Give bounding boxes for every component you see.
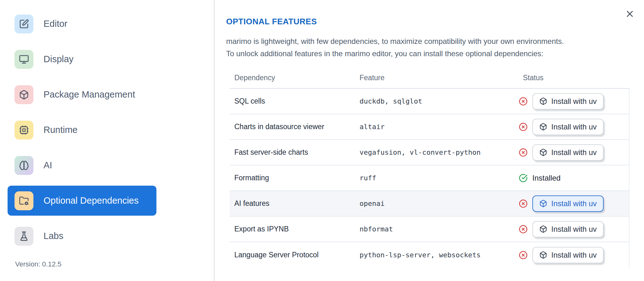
box-icon [539, 123, 547, 131]
square-pen-icon [15, 15, 33, 33]
sidebar-item-label: AI [44, 160, 52, 170]
sidebar-item-label: Display [44, 54, 73, 64]
dependencies-table: Dependency Feature Status SQL cells duck… [230, 67, 629, 268]
circle-x-icon [519, 148, 528, 157]
table-row: SQL cells duckdb, sqlglot Install with u… [230, 89, 629, 114]
box-icon [539, 251, 547, 259]
dependency-cell: Export as IPYNB [230, 225, 360, 233]
install-button-label: Install with uv [551, 199, 597, 208]
sidebar-item-label: Labs [44, 231, 63, 241]
box-icon [539, 148, 547, 156]
feature-cell: python-lsp-server, websockets [360, 251, 514, 259]
feature-cell: ruff [360, 174, 514, 182]
install-with-uv-button[interactable]: Install with uv [532, 247, 604, 263]
feature-cell: duckdb, sqlglot [360, 97, 514, 105]
close-icon [625, 9, 635, 19]
box-icon [539, 200, 547, 207]
folder-cog-icon [15, 191, 33, 210]
settings-sidebar: Editor Display Package Management Runtim… [0, 0, 214, 281]
status-cell: Install with uv [514, 195, 629, 212]
box-icon [539, 225, 547, 233]
table-row: AI features openai Install with uv [230, 191, 629, 217]
column-header-feature: Feature [360, 74, 514, 82]
page-title: OPTIONAL FEATURES [226, 17, 317, 27]
feature-cell: vegafusion, vl-convert-python [360, 148, 514, 156]
feature-cell: nbformat [360, 225, 514, 233]
close-button[interactable] [624, 8, 636, 20]
column-header-status: Status [514, 74, 629, 82]
sidebar-item-ai[interactable]: AI [8, 150, 156, 180]
flask-icon [15, 227, 33, 246]
install-button-label: Install with uv [551, 123, 597, 131]
feature-cell: openai [360, 200, 514, 207]
cpu-icon [15, 121, 33, 140]
version-label: Version: 0.12.5 [15, 260, 61, 268]
circle-x-icon [519, 225, 528, 234]
circle-x-icon [519, 97, 528, 106]
install-with-uv-button[interactable]: Install with uv [532, 119, 604, 135]
install-button-label: Install with uv [551, 148, 597, 157]
sidebar-item-label: Package Management [44, 89, 135, 100]
settings-dialog: Editor Display Package Management Runtim… [0, 0, 644, 281]
box-icon [15, 85, 33, 104]
circle-x-icon [519, 123, 528, 131]
panel-description: marimo is lightweight, with few dependen… [226, 35, 564, 60]
sidebar-item-display[interactable]: Display [8, 44, 156, 74]
status-cell: Install with uv [514, 221, 629, 237]
install-with-uv-button[interactable]: Install with uv [532, 93, 604, 110]
install-with-uv-button[interactable]: Install with uv [532, 195, 604, 212]
box-icon [539, 97, 547, 105]
table-row: Language Server Protocol python-lsp-serv… [230, 242, 629, 268]
install-button-label: Install with uv [551, 97, 597, 106]
install-button-label: Install with uv [551, 251, 597, 260]
dependency-cell: Formatting [230, 174, 360, 182]
sidebar-item-label: Editor [44, 19, 67, 29]
table-row: Fast server-side charts vegafusion, vl-c… [230, 140, 629, 165]
status-cell: Install with uv [514, 119, 629, 135]
sidebar-item-editor[interactable]: Editor [8, 9, 156, 39]
dependency-cell: AI features [230, 199, 360, 208]
sidebar-item-package-management[interactable]: Package Management [8, 80, 156, 110]
status-cell: Install with uv [514, 247, 629, 263]
table-header-row: Dependency Feature Status [230, 67, 629, 89]
dependency-cell: Language Server Protocol [230, 251, 360, 259]
status-cell: Installed [514, 174, 629, 182]
table-row: Formatting ruff Installed [230, 165, 629, 191]
status-cell: Install with uv [514, 93, 629, 110]
table-body: SQL cells duckdb, sqlglot Install with u… [230, 89, 629, 268]
description-line: To unlock additional features in the mar… [226, 47, 564, 60]
monitor-icon [15, 50, 33, 69]
install-button-label: Install with uv [551, 225, 597, 234]
table-row: Export as IPYNB nbformat Install with uv [230, 217, 629, 242]
circle-check-icon [519, 174, 528, 182]
brain-icon [15, 156, 33, 175]
status-cell: Install with uv [514, 144, 629, 161]
feature-cell: altair [360, 123, 514, 131]
circle-x-icon [519, 199, 528, 208]
table-row: Charts in datasource viewer altair Insta… [230, 114, 629, 140]
dependency-cell: Fast server-side charts [230, 148, 360, 157]
installed-status-label: Installed [532, 174, 560, 182]
sidebar-item-optional-dependencies[interactable]: Optional Dependencies [8, 186, 156, 216]
sidebar-item-labs[interactable]: Labs [8, 221, 156, 251]
dependency-cell: SQL cells [230, 97, 360, 105]
dependency-cell: Charts in datasource viewer [230, 123, 360, 131]
install-with-uv-button[interactable]: Install with uv [532, 221, 604, 237]
sidebar-item-label: Runtime [44, 125, 78, 135]
install-with-uv-button[interactable]: Install with uv [532, 144, 604, 161]
sidebar-item-runtime[interactable]: Runtime [8, 115, 156, 145]
column-header-dependency: Dependency [230, 74, 360, 82]
sidebar-item-label: Optional Dependencies [44, 195, 138, 206]
optional-features-panel: OPTIONAL FEATURES marimo is lightweight,… [214, 0, 644, 281]
circle-x-icon [519, 251, 528, 260]
description-line: marimo is lightweight, with few dependen… [226, 35, 564, 47]
